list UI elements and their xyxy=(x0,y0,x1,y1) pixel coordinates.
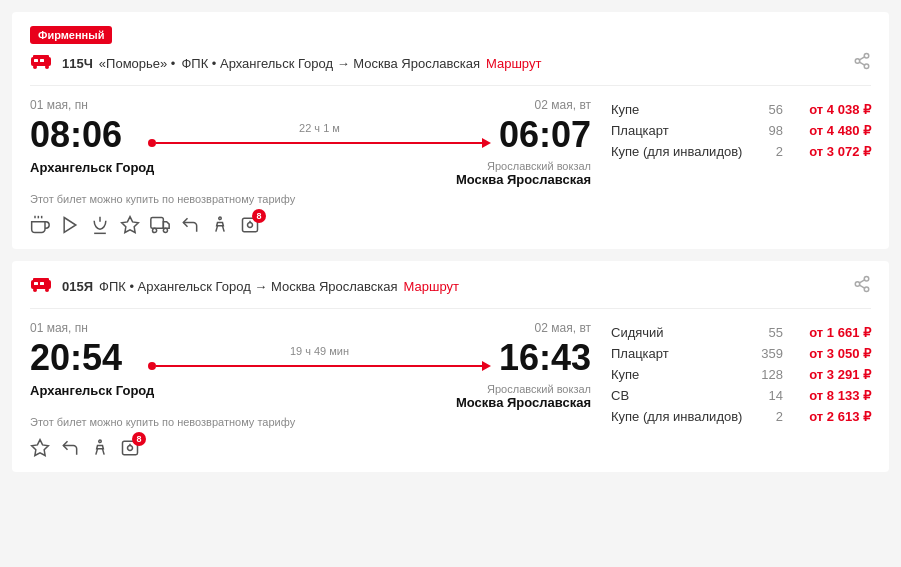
amenities: 8 xyxy=(30,438,591,458)
price-row[interactable]: Купе128от 3 291 ₽ xyxy=(611,367,871,382)
share-button[interactable] xyxy=(853,52,871,75)
train-info-left: 015Я ФПК • Архангельск Город → Москва Яр… xyxy=(30,277,459,296)
price-row[interactable]: Купе (для инвалидов)2от 3 072 ₽ xyxy=(611,144,871,159)
card-body: 01 мая, пн02 мая, вт20:5419 ч 49 мин16:4… xyxy=(30,321,871,458)
price-row[interactable]: СВ14от 8 133 ₽ xyxy=(611,388,871,403)
price-amount: от 3 072 ₽ xyxy=(791,144,871,159)
svg-point-23 xyxy=(248,223,253,228)
line-arrow xyxy=(148,361,491,371)
price-row[interactable]: Купе (для инвалидов)2от 2 613 ₽ xyxy=(611,409,871,424)
price-seats: 14 xyxy=(745,388,783,403)
svg-point-2 xyxy=(33,65,37,69)
card-body: 01 мая, пн02 мая, вт08:0622 ч 1 м06:07Ар… xyxy=(30,98,871,235)
depart-time: 08:06 xyxy=(30,114,140,156)
svg-rect-29 xyxy=(34,282,38,285)
station-to: Москва Ярославская xyxy=(456,395,591,410)
amenity-media-icon[interactable] xyxy=(60,215,80,235)
tariff-note: Этот билет можно купить по невозвратному… xyxy=(30,416,591,428)
station-names: Архангельск ГородЯрославский вокзалМоскв… xyxy=(30,383,591,410)
duration-line: 22 ч 1 м xyxy=(140,122,499,148)
price-class-label: Купе (для инвалидов) xyxy=(611,409,745,424)
amenity-food-icon[interactable] xyxy=(90,215,110,235)
firm-badge: Фирменный xyxy=(30,26,112,44)
svg-point-3 xyxy=(45,65,49,69)
train-info-line: 015Я ФПК • Архангельск Город → Москва Яр… xyxy=(30,275,871,309)
train-icon xyxy=(30,54,52,73)
svg-point-37 xyxy=(99,440,102,443)
svg-rect-18 xyxy=(151,218,164,229)
price-amount: от 3 050 ₽ xyxy=(791,346,871,361)
price-row[interactable]: Сидячий55от 1 661 ₽ xyxy=(611,325,871,340)
line-bar xyxy=(156,142,482,144)
amenity-transfer-icon[interactable] xyxy=(150,215,170,235)
svg-point-20 xyxy=(163,228,167,232)
share-button[interactable] xyxy=(853,275,871,298)
svg-rect-26 xyxy=(33,278,49,282)
price-seats: 2 xyxy=(745,144,783,159)
price-seats: 56 xyxy=(745,102,783,117)
line-bar xyxy=(156,365,482,367)
arrive-date: 02 мая, вт xyxy=(535,321,591,335)
route-link[interactable]: Маршрут xyxy=(486,56,541,71)
train-info-left: 115Ч «Поморье» • ФПК • Архангельск Город… xyxy=(30,54,541,73)
amenity-return-icon[interactable] xyxy=(180,215,200,235)
amenity-restaurant-icon[interactable] xyxy=(30,215,50,235)
prices-section: Купе56от 4 038 ₽Плацкарт98от 4 480 ₽Купе… xyxy=(611,98,871,235)
train-info-line: 115Ч «Поморье» • ФПК • Архангельск Город… xyxy=(30,52,871,86)
svg-marker-14 xyxy=(64,218,76,233)
amenity-accessible-icon[interactable] xyxy=(210,215,230,235)
amenity-safe-icon[interactable]: 8 xyxy=(240,215,260,235)
train-operator: ФПК • Архангельск Город → Москва Ярослав… xyxy=(99,279,398,294)
amenities: 8 xyxy=(30,215,591,235)
line-dot xyxy=(148,139,156,147)
arrow-head xyxy=(482,361,491,371)
price-row[interactable]: Купе56от 4 038 ₽ xyxy=(611,102,871,117)
amenity-rating-icon[interactable] xyxy=(30,438,50,458)
route-link[interactable]: Маршрут xyxy=(404,279,459,294)
amenity-rating-icon[interactable] xyxy=(120,215,140,235)
depart-date: 01 мая, пн xyxy=(30,321,88,335)
journey-section: 01 мая, пн02 мая, вт08:0622 ч 1 м06:07Ар… xyxy=(30,98,591,235)
price-amount: от 4 480 ₽ xyxy=(791,123,871,138)
line-arrow xyxy=(148,138,491,148)
station-to-sub: Ярославский вокзал xyxy=(456,160,591,172)
station-to-block: Ярославский вокзалМосква Ярославская xyxy=(456,160,591,187)
price-seats: 55 xyxy=(745,325,783,340)
price-class-label: Купе xyxy=(611,367,745,382)
svg-rect-30 xyxy=(40,282,44,285)
price-amount: от 4 038 ₽ xyxy=(791,102,871,117)
svg-marker-36 xyxy=(32,440,49,456)
price-row[interactable]: Плацкарт359от 3 050 ₽ xyxy=(611,346,871,361)
date-row: 01 мая, пн02 мая, вт xyxy=(30,321,591,335)
train-card-card-1: Фирменный 115Ч «Поморье» • ФПК • Арханге… xyxy=(12,12,889,249)
amenity-return-icon[interactable] xyxy=(60,438,80,458)
svg-rect-4 xyxy=(34,59,38,62)
prices-section: Сидячий55от 1 661 ₽Плацкарт359от 3 050 ₽… xyxy=(611,321,871,458)
svg-marker-17 xyxy=(122,217,139,233)
price-row[interactable]: Плацкарт98от 4 480 ₽ xyxy=(611,123,871,138)
amenity-safe-icon[interactable]: 8 xyxy=(120,438,140,458)
price-amount: от 2 613 ₽ xyxy=(791,409,871,424)
price-amount: от 8 133 ₽ xyxy=(791,388,871,403)
svg-line-35 xyxy=(859,280,864,283)
svg-line-9 xyxy=(859,62,864,65)
amenity-accessible-icon[interactable] xyxy=(90,438,110,458)
train-number: 115Ч xyxy=(62,56,93,71)
page: Фирменный 115Ч «Поморье» • ФПК • Арханге… xyxy=(0,0,901,496)
duration-text: 19 ч 49 мин xyxy=(290,345,349,357)
price-amount: от 1 661 ₽ xyxy=(791,325,871,340)
station-to: Москва Ярославская xyxy=(456,172,591,187)
svg-line-10 xyxy=(859,57,864,60)
depart-time: 20:54 xyxy=(30,337,140,379)
price-class-label: СВ xyxy=(611,388,745,403)
train-name: «Поморье» • xyxy=(99,56,176,71)
station-from: Архангельск Город xyxy=(30,383,154,410)
train-number: 015Я xyxy=(62,279,93,294)
arrive-date: 02 мая, вт xyxy=(535,98,591,112)
times-row: 08:0622 ч 1 м06:07 xyxy=(30,114,591,156)
station-to-sub: Ярославский вокзал xyxy=(456,383,591,395)
svg-line-34 xyxy=(859,285,864,288)
price-class-label: Плацкарт xyxy=(611,123,745,138)
station-names: Архангельск ГородЯрославский вокзалМоскв… xyxy=(30,160,591,187)
times-row: 20:5419 ч 49 мин16:43 xyxy=(30,337,591,379)
